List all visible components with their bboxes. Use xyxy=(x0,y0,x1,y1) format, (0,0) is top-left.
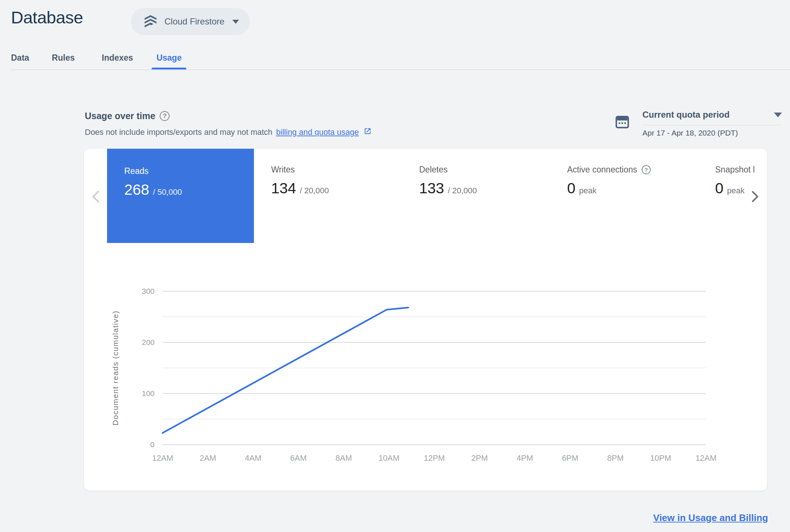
metric-suffix: / 20,000 xyxy=(300,186,329,195)
firestore-usage-page: Database Cloud Firestore Data Rules Inde… xyxy=(0,0,790,532)
svg-text:100: 100 xyxy=(142,389,155,398)
svg-text:2AM: 2AM xyxy=(200,453,216,463)
usage-panel: Reads 268 / 50,000 Writes 134 / 20,000 D… xyxy=(84,149,767,491)
tab-indexes[interactable]: Indexes xyxy=(102,51,133,70)
metric-value: 133 xyxy=(419,180,444,197)
chevron-down-icon xyxy=(774,113,782,117)
metric-value: 0 xyxy=(567,180,576,197)
quota-divider xyxy=(642,125,782,125)
metric-label: Snapshot listeners xyxy=(715,165,755,175)
svg-text:8PM: 8PM xyxy=(607,453,624,463)
tab-usage[interactable]: Usage xyxy=(156,51,182,70)
tab-bar: Data Rules Indexes Usage xyxy=(11,51,182,70)
metric-card-writes[interactable]: Writes 134 / 20,000 xyxy=(271,165,403,197)
product-selector-label: Cloud Firestore xyxy=(164,16,224,27)
metric-suffix: / 20,000 xyxy=(448,186,477,195)
billing-quota-link[interactable]: billing and quota usage xyxy=(276,128,359,137)
svg-text:200: 200 xyxy=(142,338,155,346)
description-text: Does not include imports/exports and may… xyxy=(85,128,273,137)
metric-value: 134 xyxy=(271,180,296,197)
calendar-icon xyxy=(615,114,630,131)
firestore-icon xyxy=(143,14,158,29)
help-icon[interactable]: ? xyxy=(642,165,651,174)
svg-text:12AM: 12AM xyxy=(152,453,173,463)
svg-text:0: 0 xyxy=(150,440,155,449)
usage-section-description: Does not include imports/exports and may… xyxy=(85,127,372,138)
metric-label: Active connections ? xyxy=(567,165,702,175)
svg-text:6AM: 6AM xyxy=(290,453,307,463)
tab-data[interactable]: Data xyxy=(11,51,29,70)
metric-value: 268 xyxy=(124,181,149,198)
svg-text:4PM: 4PM xyxy=(517,453,533,463)
tab-divider xyxy=(10,69,790,70)
svg-text:12PM: 12PM xyxy=(424,453,445,463)
view-usage-billing-link[interactable]: View in Usage and Billing xyxy=(653,512,768,524)
tab-rules[interactable]: Rules xyxy=(52,51,75,70)
metric-suffix: / 50,000 xyxy=(153,187,182,197)
svg-text:12AM: 12AM xyxy=(695,453,716,463)
quota-period-range: Apr 17 - Apr 18, 2020 (PDT) xyxy=(642,129,738,137)
metric-card-snapshot-listeners[interactable]: Snapshot listeners 0 peak xyxy=(715,165,755,197)
metric-label-text: Active connections xyxy=(567,165,637,175)
usage-line-chart: 010020030012AM2AM4AM6AM8AM10AM12PM2PM4PM… xyxy=(84,270,767,491)
svg-text:4AM: 4AM xyxy=(245,453,261,463)
metric-suffix: peak xyxy=(727,186,745,195)
metric-label: Writes xyxy=(271,165,403,175)
svg-text:300: 300 xyxy=(142,287,155,295)
chevron-down-icon xyxy=(232,20,239,24)
metric-card-active-connections[interactable]: Active connections ? 0 peak xyxy=(567,165,702,197)
open-in-new-icon xyxy=(363,127,372,138)
svg-text:Document reads (cumulative): Document reads (cumulative) xyxy=(111,311,119,426)
svg-text:10AM: 10AM xyxy=(379,453,399,463)
quota-period-dropdown[interactable]: Current quota period xyxy=(642,110,782,120)
svg-text:10PM: 10PM xyxy=(650,453,671,463)
page-title: Database xyxy=(11,7,83,27)
metric-suffix: peak xyxy=(579,186,597,195)
usage-section-heading: Usage over time ? xyxy=(85,111,170,121)
metric-value: 0 xyxy=(715,180,723,197)
metric-label: Deletes xyxy=(419,165,551,175)
usage-heading-text: Usage over time xyxy=(85,111,155,121)
metric-card-deletes[interactable]: Deletes 133 / 20,000 xyxy=(419,165,551,197)
help-icon[interactable]: ? xyxy=(160,111,170,121)
cards-prev-button[interactable] xyxy=(90,189,102,204)
product-selector[interactable]: Cloud Firestore xyxy=(131,8,250,35)
svg-text:6PM: 6PM xyxy=(562,453,578,463)
svg-text:8AM: 8AM xyxy=(335,453,352,463)
svg-text:2PM: 2PM xyxy=(471,453,488,463)
cards-next-button[interactable] xyxy=(750,190,761,203)
metric-card-reads[interactable]: Reads 268 / 50,000 xyxy=(107,149,254,243)
metric-label: Reads xyxy=(124,166,254,176)
quota-period-label: Current quota period xyxy=(642,110,730,120)
